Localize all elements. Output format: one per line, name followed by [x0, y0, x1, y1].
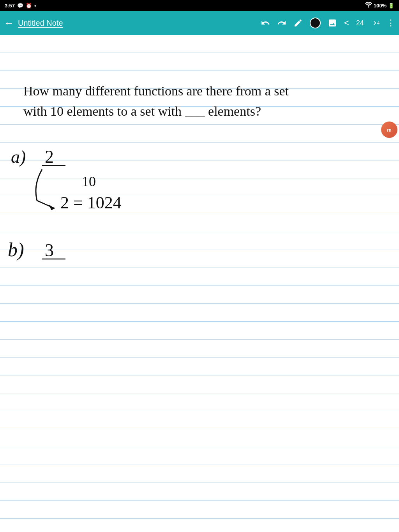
- question-line1: How many different functions are there f…: [23, 84, 289, 98]
- part-b-label: b): [8, 239, 24, 261]
- next-page-button[interactable]: 4: [371, 19, 380, 27]
- back-button[interactable]: ←: [4, 17, 14, 29]
- image-insert-button[interactable]: [328, 18, 337, 28]
- toolbar: ← Untitled Note < 24 4 ⋮: [0, 11, 399, 35]
- arrow-curve: [36, 169, 42, 201]
- message-icon: 💬: [17, 3, 23, 9]
- toolbar-right: < 24 4 ⋮: [261, 18, 395, 28]
- status-left: 3:57 💬 ⏰ •: [5, 3, 36, 9]
- status-bar: 3:57 💬 ⏰ • 100% 🔋: [0, 0, 399, 11]
- toolbar-left: ← Untitled Note: [4, 17, 257, 29]
- part-a-label: a): [11, 147, 26, 167]
- page-count: 24: [356, 19, 364, 27]
- alarm-icon: ⏰: [26, 3, 32, 9]
- redo-button[interactable]: [277, 18, 286, 28]
- part-a-value: 2: [45, 147, 54, 167]
- pen-tool-button[interactable]: [293, 18, 303, 28]
- time-display: 3:57: [5, 3, 15, 9]
- note-canvas: // Generate lines const paper = document…: [0, 35, 399, 532]
- avatar-initial: m: [387, 127, 392, 133]
- wifi-icon: [365, 2, 372, 9]
- prev-page-button[interactable]: <: [344, 18, 349, 28]
- user-avatar: m: [381, 122, 397, 138]
- color-selector[interactable]: [310, 18, 321, 28]
- status-right: 100% 🔋: [365, 2, 394, 9]
- battery-text: 100%: [374, 3, 387, 9]
- undo-button[interactable]: [261, 18, 270, 28]
- dot-icon: •: [34, 3, 36, 9]
- handwriting-content: How many different functions are there f…: [0, 35, 399, 532]
- more-options-button[interactable]: ⋮: [387, 18, 395, 28]
- exponent-10: 10: [82, 174, 96, 189]
- battery-icon: 🔋: [388, 3, 394, 9]
- part-b-value: 3: [45, 240, 54, 260]
- note-title[interactable]: Untitled Note: [18, 19, 63, 28]
- question-line2: with 10 elements to a set with ___ eleme…: [23, 104, 261, 118]
- calculation-result: 2 = 1024: [60, 193, 122, 212]
